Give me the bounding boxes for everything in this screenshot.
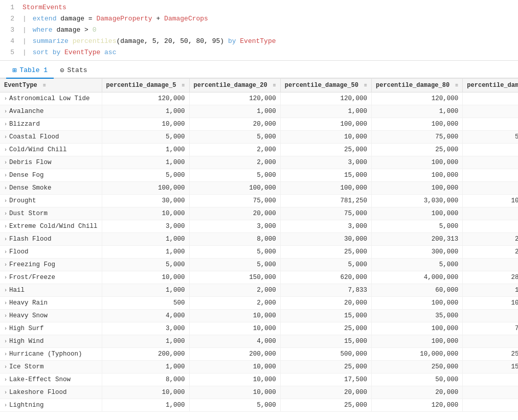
expand-arrow[interactable]: › bbox=[4, 300, 7, 306]
cell-p5: 8,000 bbox=[102, 374, 189, 386]
expand-arrow[interactable]: › bbox=[4, 109, 7, 114]
expand-arrow[interactable]: › bbox=[4, 364, 7, 370]
cell-eventtype: ›Freezing Fog bbox=[0, 259, 102, 271]
cell-eventtype: ›High Wind bbox=[0, 335, 102, 348]
cell-p5: 3,000 bbox=[102, 322, 189, 335]
expand-arrow[interactable]: › bbox=[4, 147, 7, 153]
cell-p50: 15,000 bbox=[280, 310, 371, 322]
cell-p20: 5,000 bbox=[189, 259, 280, 271]
cell-p95: 25,000,000 bbox=[463, 348, 518, 361]
code-content-4: | summarize percentiles(damage, 5, 20, 5… bbox=[22, 36, 276, 47]
cell-eventtype: ›Lightning bbox=[0, 399, 102, 412]
cell-p80: 100,000 bbox=[372, 297, 463, 310]
expand-arrow[interactable]: › bbox=[4, 326, 7, 332]
table-row[interactable]: ›Hurricane (Typhoon)200,000200,000500,00… bbox=[0, 348, 518, 361]
col-header-p50[interactable]: percentile_damage_50 ≡ bbox=[280, 79, 371, 92]
expand-arrow[interactable]: › bbox=[4, 352, 7, 357]
table-row[interactable]: ›Avalanche1,0001,0001,0001,0001,000 bbox=[0, 105, 518, 118]
expand-arrow[interactable]: › bbox=[4, 160, 7, 166]
col-header-eventtype[interactable]: EventType ≡ bbox=[0, 79, 102, 92]
cell-eventtype: ›Coastal Flood bbox=[0, 131, 102, 144]
cell-p80: 35,000 bbox=[372, 310, 463, 322]
expand-arrow[interactable]: › bbox=[4, 198, 7, 204]
table-row[interactable]: ›Freezing Fog5,0005,0005,0005,0005,000 bbox=[0, 259, 518, 271]
cell-eventtype: ›Lakeshore Flood bbox=[0, 386, 102, 399]
table-row[interactable]: ›Coastal Flood5,0005,00010,00075,0005,00… bbox=[0, 131, 518, 144]
expand-arrow[interactable]: › bbox=[4, 96, 7, 102]
cell-p80: 120,000 bbox=[372, 92, 463, 105]
cell-p80: 100,000 bbox=[372, 207, 463, 220]
line-number-4: 4 bbox=[4, 36, 14, 47]
expand-arrow[interactable]: › bbox=[4, 288, 7, 293]
col-header-p20[interactable]: percentile_damage_20 ≡ bbox=[189, 79, 280, 92]
table-row[interactable]: ›Drought30,00075,000781,2503,030,00010,0… bbox=[0, 195, 518, 207]
table-row[interactable]: ›Ice Storm1,00010,00025,000250,00015,000… bbox=[0, 361, 518, 374]
cell-p95: 2,000,000 bbox=[463, 233, 518, 246]
table-row[interactable]: ›Dust Storm10,00020,00075,000100,000500,… bbox=[0, 207, 518, 220]
expand-arrow[interactable]: › bbox=[4, 122, 7, 127]
expand-arrow[interactable]: › bbox=[4, 403, 7, 408]
table-row[interactable]: ›High Wind1,0004,00015,000100,000500,000 bbox=[0, 335, 518, 348]
line-number-3: 3 bbox=[4, 25, 14, 36]
cell-p80: 25,000 bbox=[372, 144, 463, 156]
cell-p50: 15,000 bbox=[280, 169, 371, 182]
cell-p20: 5,000 bbox=[189, 399, 280, 412]
table-row[interactable]: ›Frost/Freeze10,000150,000620,0004,000,0… bbox=[0, 271, 518, 284]
expand-arrow[interactable]: › bbox=[4, 185, 7, 191]
table-row[interactable]: ›Lake-Effect Snow8,00010,00017,50050,000… bbox=[0, 374, 518, 386]
cell-p50: 5,000 bbox=[280, 259, 371, 271]
cell-p80: 120,000 bbox=[372, 399, 463, 412]
cell-eventtype: ›Hurricane (Typhoon) bbox=[0, 348, 102, 361]
line-number-2: 2 bbox=[4, 13, 14, 25]
table-row[interactable]: ›Heavy Rain5002,00020,000100,00010,000,0… bbox=[0, 297, 518, 310]
col-header-p95[interactable]: percentile_damage_95 ≡ bbox=[463, 79, 518, 92]
table-row[interactable]: ›Flood1,0005,00025,000300,0002,340,000 bbox=[0, 246, 518, 259]
cell-p95: 100,000 bbox=[463, 118, 518, 131]
cell-p5: 200,000 bbox=[102, 348, 189, 361]
cell-p5: 3,000 bbox=[102, 220, 189, 233]
cell-eventtype: ›Debris Flow bbox=[0, 156, 102, 169]
filter-icon-p80: ≡ bbox=[455, 83, 458, 88]
cell-p50: 10,000 bbox=[280, 131, 371, 144]
line-number-5: 5 bbox=[4, 47, 14, 58]
table-row[interactable]: ›Debris Flow1,0002,0003,000100,000750,00… bbox=[0, 156, 518, 169]
table-row[interactable]: ›Dense Fog5,0005,00015,000100,000130,000 bbox=[0, 169, 518, 182]
expand-arrow[interactable]: › bbox=[4, 249, 7, 255]
expand-arrow[interactable]: › bbox=[4, 224, 7, 229]
tab-table1[interactable]: ⊞ Table 1 bbox=[6, 64, 54, 79]
expand-arrow[interactable]: › bbox=[4, 173, 7, 178]
table-row[interactable]: ›Astronomical Low Tide120,000120,000120,… bbox=[0, 92, 518, 105]
filter-icon-p5: ≡ bbox=[182, 83, 185, 88]
cell-p80: 250,000 bbox=[372, 361, 463, 374]
table-row[interactable]: ›Blizzard10,00020,000100,000100,000100,0… bbox=[0, 118, 518, 131]
expand-arrow[interactable]: › bbox=[4, 262, 7, 268]
expand-arrow[interactable]: › bbox=[4, 211, 7, 217]
col-header-p80[interactable]: percentile_damage_80 ≡ bbox=[372, 79, 463, 92]
table-row[interactable]: ›Flash Flood1,0008,00030,000200,3132,000… bbox=[0, 233, 518, 246]
table-row[interactable]: ›High Surf3,00010,00025,000100,0007,000,… bbox=[0, 322, 518, 335]
table-row[interactable]: ›Extreme Cold/Wind Chill3,0003,0003,0005… bbox=[0, 220, 518, 233]
cell-p50: 25,000 bbox=[280, 144, 371, 156]
cell-p80: 100,000 bbox=[372, 156, 463, 169]
expand-arrow[interactable]: › bbox=[4, 275, 7, 281]
cell-eventtype: ›Extreme Cold/Wind Chill bbox=[0, 220, 102, 233]
col-label-p50: percentile_damage_50 bbox=[285, 82, 358, 89]
expand-arrow[interactable]: › bbox=[4, 134, 7, 140]
expand-arrow[interactable]: › bbox=[4, 313, 7, 319]
cell-p50: 75,000 bbox=[280, 207, 371, 220]
tab-stats[interactable]: ⊙ Stats bbox=[54, 64, 93, 79]
code-content-2: | extend damage = DamageProperty + Damag… bbox=[22, 13, 208, 25]
table-row[interactable]: ›Dense Smoke100,000100,000100,000100,000… bbox=[0, 182, 518, 195]
col-header-p5[interactable]: percentile_damage_5 ≡ bbox=[102, 79, 189, 92]
table-row[interactable]: ›Heavy Snow4,00010,00015,00035,000200,00… bbox=[0, 310, 518, 322]
expand-arrow[interactable]: › bbox=[4, 377, 7, 383]
table-row[interactable]: ›Hail1,0002,0007,83360,0001,050,000 bbox=[0, 284, 518, 297]
cell-p80: 5,000 bbox=[372, 220, 463, 233]
table-row[interactable]: ›Lightning1,0005,00025,000120,000400,000 bbox=[0, 399, 518, 412]
table-row[interactable]: ›Lakeshore Flood10,00010,00020,00020,000… bbox=[0, 386, 518, 399]
expand-arrow[interactable]: › bbox=[4, 237, 7, 242]
expand-arrow[interactable]: › bbox=[4, 390, 7, 395]
expand-arrow[interactable]: › bbox=[4, 339, 7, 344]
table-row[interactable]: ›Cold/Wind Chill1,0002,00025,00025,00010… bbox=[0, 144, 518, 156]
cell-p80: 100,000 bbox=[372, 169, 463, 182]
